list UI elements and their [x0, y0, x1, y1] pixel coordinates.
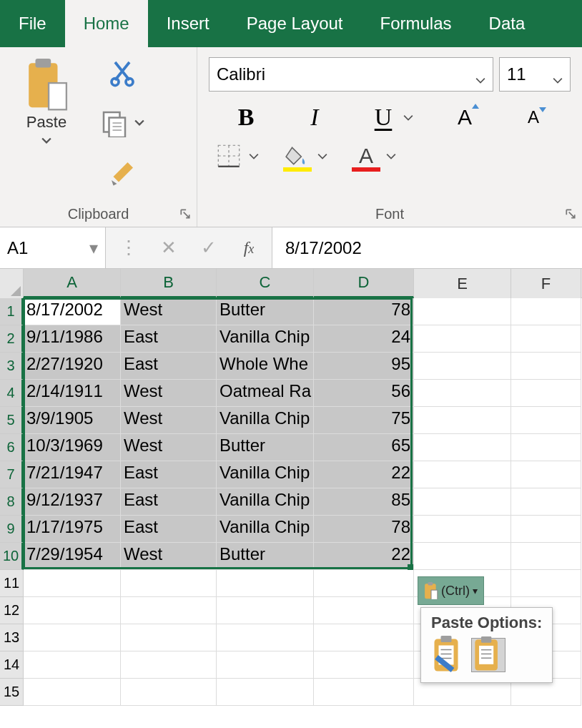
- cell[interactable]: 8/17/2002: [24, 298, 121, 325]
- cell[interactable]: [414, 543, 511, 570]
- paste-option-default[interactable]: [471, 638, 505, 672]
- row-header-13[interactable]: 13: [0, 624, 24, 651]
- cell[interactable]: East: [121, 488, 217, 516]
- cell[interactable]: East: [121, 516, 217, 543]
- tab-data[interactable]: Data: [470, 0, 544, 47]
- cell[interactable]: [414, 380, 511, 407]
- cell[interactable]: [217, 597, 314, 624]
- cell[interactable]: 2/14/1911: [24, 380, 121, 407]
- cell[interactable]: [121, 679, 217, 706]
- cell[interactable]: [121, 624, 217, 651]
- cell[interactable]: 78: [314, 298, 414, 325]
- cell[interactable]: West: [121, 543, 217, 570]
- cell[interactable]: 75: [314, 407, 414, 434]
- tab-file[interactable]: File: [0, 0, 65, 47]
- chevron-down-icon[interactable]: [403, 112, 413, 122]
- paste-smart-tag[interactable]: (Ctrl) ▾: [418, 576, 484, 605]
- bold-button[interactable]: B: [229, 103, 263, 132]
- row-header-5[interactable]: 5: [0, 407, 24, 434]
- enter-button[interactable]: ✓: [189, 237, 229, 259]
- cell[interactable]: [314, 679, 414, 706]
- col-header-d[interactable]: D: [314, 269, 414, 298]
- cell[interactable]: [24, 570, 121, 597]
- cell[interactable]: [24, 679, 121, 706]
- cell[interactable]: [511, 434, 581, 461]
- row-header-7[interactable]: 7: [0, 461, 24, 488]
- col-header-b[interactable]: B: [121, 269, 217, 298]
- row-header-11[interactable]: 11: [0, 570, 24, 597]
- row-header-1[interactable]: 1: [0, 298, 24, 325]
- cell[interactable]: 7/29/1954: [24, 543, 121, 570]
- cell[interactable]: 3/9/1905: [24, 407, 121, 434]
- cell[interactable]: [414, 516, 511, 543]
- cell[interactable]: Oatmeal Ra: [217, 380, 314, 407]
- cell[interactable]: 85: [314, 488, 414, 516]
- cell[interactable]: [511, 543, 581, 570]
- cell[interactable]: East: [121, 353, 217, 380]
- cell[interactable]: [414, 325, 511, 353]
- row-header-12[interactable]: 12: [0, 597, 24, 624]
- cell[interactable]: Vanilla Chip: [217, 461, 314, 488]
- decrease-font-button[interactable]: A: [516, 103, 551, 132]
- cell[interactable]: East: [121, 325, 217, 353]
- cell[interactable]: [414, 434, 511, 461]
- format-painter-button[interactable]: [108, 159, 137, 187]
- underline-button[interactable]: U: [366, 103, 400, 132]
- fx-button[interactable]: fx: [229, 238, 269, 257]
- cell[interactable]: Vanilla Chip: [217, 407, 314, 434]
- dialog-launcher-icon[interactable]: [179, 208, 194, 222]
- cell[interactable]: [414, 407, 511, 434]
- chevron-down-icon[interactable]: [41, 136, 51, 146]
- row-header-3[interactable]: 3: [0, 353, 24, 380]
- row-header-15[interactable]: 15: [0, 679, 24, 706]
- cell[interactable]: [24, 597, 121, 624]
- dialog-launcher-icon[interactable]: [565, 208, 579, 222]
- cell[interactable]: [511, 461, 581, 488]
- cell[interactable]: [511, 380, 581, 407]
- formula-input[interactable]: [285, 238, 582, 258]
- cell[interactable]: Butter: [217, 298, 314, 325]
- cell[interactable]: Butter: [217, 434, 314, 461]
- cell[interactable]: Vanilla Chip: [217, 325, 314, 353]
- col-header-a[interactable]: A: [24, 269, 121, 298]
- cell[interactable]: [314, 624, 414, 651]
- cell[interactable]: West: [121, 298, 217, 325]
- cell[interactable]: [314, 570, 414, 597]
- paste-option-keep-source[interactable]: [431, 638, 465, 672]
- tab-page-layout[interactable]: Page Layout: [228, 0, 362, 47]
- cell[interactable]: [217, 570, 314, 597]
- cell[interactable]: 24: [314, 325, 414, 353]
- increase-font-button[interactable]: A: [448, 103, 482, 132]
- cell[interactable]: 9/12/1937: [24, 488, 121, 516]
- cell[interactable]: West: [121, 434, 217, 461]
- cell[interactable]: East: [121, 461, 217, 488]
- cell[interactable]: [121, 597, 217, 624]
- cell[interactable]: [511, 516, 581, 543]
- row-header-6[interactable]: 6: [0, 434, 24, 461]
- chevron-down-icon[interactable]: [249, 151, 259, 161]
- cell[interactable]: Vanilla Chip: [217, 516, 314, 543]
- cell[interactable]: [217, 651, 314, 679]
- cell[interactable]: Whole Whe: [217, 353, 314, 380]
- cell[interactable]: West: [121, 407, 217, 434]
- cell[interactable]: Vanilla Chip: [217, 488, 314, 516]
- cell[interactable]: 65: [314, 434, 414, 461]
- cell[interactable]: [121, 651, 217, 679]
- row-header-14[interactable]: 14: [0, 651, 24, 679]
- cell[interactable]: [414, 461, 511, 488]
- cancel-button[interactable]: ✕: [149, 237, 189, 259]
- tab-home[interactable]: Home: [65, 0, 148, 47]
- borders-button[interactable]: [212, 142, 246, 170]
- font-name-combo[interactable]: Calibri: [209, 57, 493, 92]
- col-header-e[interactable]: E: [414, 269, 511, 298]
- row-header-2[interactable]: 2: [0, 325, 24, 353]
- cell[interactable]: 10/3/1969: [24, 434, 121, 461]
- paste-button[interactable]: Paste: [14, 59, 79, 187]
- col-header-f[interactable]: F: [511, 269, 581, 298]
- cell[interactable]: [414, 298, 511, 325]
- cell[interactable]: [511, 570, 581, 597]
- chevron-down-icon[interactable]: [553, 69, 563, 79]
- name-box[interactable]: A1 ▾: [0, 227, 106, 268]
- font-size-combo[interactable]: 11: [499, 57, 571, 92]
- cell[interactable]: [24, 624, 121, 651]
